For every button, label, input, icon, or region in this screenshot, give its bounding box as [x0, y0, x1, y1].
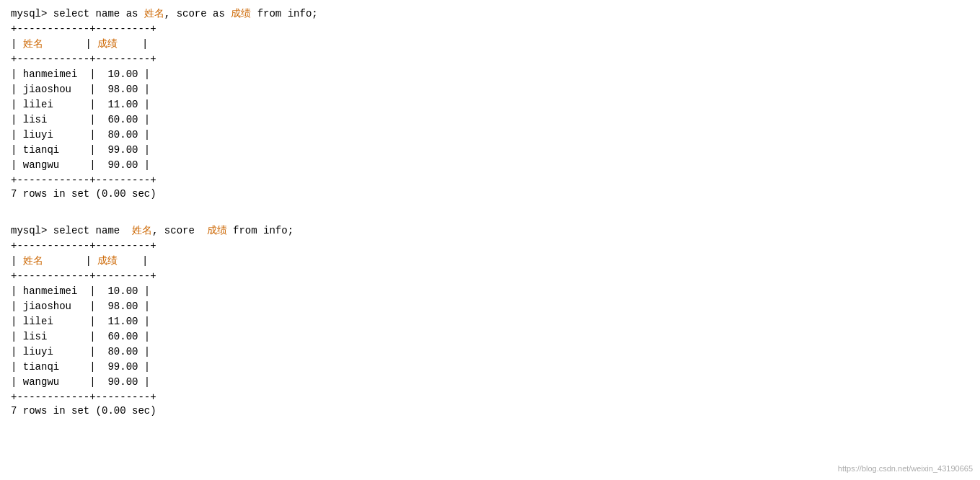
cmd-chinese-2a: 姓名	[132, 225, 152, 236]
table-row-1-3: | lilei | 11.00 |	[11, 97, 969, 112]
cmd-mid-2: , score	[152, 225, 207, 236]
result-1: 7 rows in set (0.00 sec)	[11, 188, 969, 200]
table-row-2-2: | jiaoshou | 98.00 |	[11, 299, 969, 314]
command-1: mysql> select name as 姓名, score as 成绩 fr…	[11, 7, 969, 20]
cmd-mid-1: , score as	[164, 8, 231, 19]
query-block-2: mysql> select name 姓名, score 成绩 from inf…	[11, 224, 969, 417]
table-row-2-5: | liuyi | 80.00 |	[11, 345, 969, 360]
cmd-chinese-1a: 姓名	[144, 8, 164, 19]
table-border-top-1: +------------+---------+	[11, 22, 969, 37]
cmd-chinese-1b: 成绩	[231, 8, 251, 19]
table-row-2-3: | lilei | 11.00 |	[11, 314, 969, 329]
header-chinese-2b: 成绩	[97, 255, 118, 267]
terminal-container: mysql> select name as 姓名, score as 成绩 fr…	[11, 7, 969, 417]
result-2: 7 rows in set (0.00 sec)	[11, 405, 969, 417]
cmd-text-2: select name	[53, 225, 132, 236]
table-row-1-2: | jiaoshou | 98.00 |	[11, 82, 969, 97]
table-row-1-1: | hanmeimei | 10.00 |	[11, 67, 969, 82]
command-2: mysql> select name 姓名, score 成绩 from inf…	[11, 224, 969, 237]
table-row-2-1: | hanmeimei | 10.00 |	[11, 284, 969, 299]
table-row-2-6: | tianqi | 99.00 |	[11, 360, 969, 375]
prompt-2: mysql>	[11, 225, 53, 236]
header-chinese-1b: 成绩	[97, 38, 118, 50]
cmd-chinese-2b: 成绩	[207, 225, 227, 236]
header-chinese-2a: 姓名	[23, 255, 43, 267]
header-chinese-1a: 姓名	[23, 38, 43, 50]
spacer	[11, 214, 969, 224]
cmd-end-2: from info;	[227, 225, 293, 236]
table-row-1-6: | tianqi | 99.00 |	[11, 143, 969, 158]
table-row-1-7: | wangwu | 90.00 |	[11, 158, 969, 173]
table-header-2: | 姓名 | 成绩 |	[11, 254, 969, 269]
table-border-mid-2: +------------+---------+	[11, 269, 969, 284]
table-header-1: | 姓名 | 成绩 |	[11, 37, 969, 52]
table-row-1-5: | liuyi | 80.00 |	[11, 128, 969, 143]
query-block-1: mysql> select name as 姓名, score as 成绩 fr…	[11, 7, 969, 200]
watermark: https://blog.csdn.net/weixin_43190665	[838, 464, 973, 473]
table-border-top-2: +------------+---------+	[11, 239, 969, 254]
table-border-bottom-1: +------------+---------+	[11, 173, 969, 188]
table-border-bottom-2: +------------+---------+	[11, 390, 969, 405]
prompt-1: mysql>	[11, 8, 53, 19]
table-row-2-7: | wangwu | 90.00 |	[11, 375, 969, 390]
cmd-end-1: from info;	[251, 8, 317, 19]
table-row-1-4: | lisi | 60.00 |	[11, 112, 969, 128]
cmd-text-1: select name as	[53, 8, 144, 19]
table-row-2-4: | lisi | 60.00 |	[11, 329, 969, 345]
table-border-mid-1: +------------+---------+	[11, 52, 969, 67]
